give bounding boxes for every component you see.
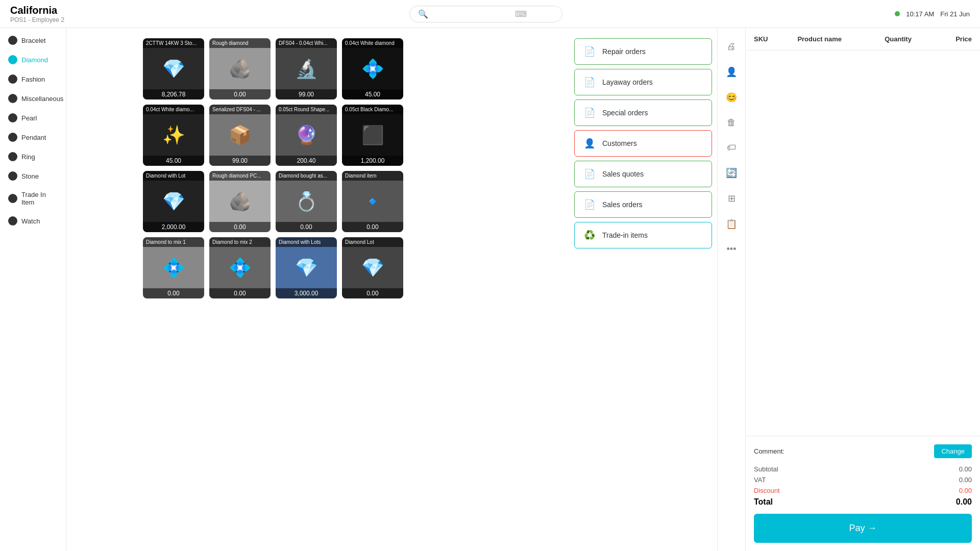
sidebar-label: Miscellaneous xyxy=(21,95,63,103)
sidebar-dot xyxy=(8,133,17,142)
subtotal-value: 0.00 xyxy=(959,465,972,473)
person-icon[interactable]: 👤 xyxy=(723,63,740,81)
comment-label: Comment: xyxy=(754,447,929,455)
app-subtitle: POS1 - Employee 2 xyxy=(10,16,77,23)
sidebar-item-stone[interactable]: Stone xyxy=(0,166,66,186)
sidebar-item-pendant[interactable]: Pendant xyxy=(0,128,66,147)
refresh-icon[interactable]: 🔄 xyxy=(723,164,740,182)
topbar-left: California POS1 - Employee 2 xyxy=(10,5,77,23)
product-card[interactable]: 💎 Diamond with Lot 2,000.00 xyxy=(143,171,204,232)
product-label: 0.05ct Black Diamo... xyxy=(342,105,403,114)
sidebar-item-trade-in-item[interactable]: Trade In Item xyxy=(0,186,66,211)
product-card[interactable]: 🪨 Rough diamond 0.00 xyxy=(209,38,271,99)
order-footer: Comment: Change Subtotal 0.00 VAT 0.00 D… xyxy=(746,436,980,551)
product-label: Diamond item xyxy=(342,171,403,181)
product-card[interactable]: 💎 Diamond Lot 0.00 xyxy=(342,237,403,298)
order-btn-label: Repair orders xyxy=(602,47,646,56)
product-label: Diamond with Lots xyxy=(276,237,337,247)
status-indicator xyxy=(895,11,900,16)
search-input[interactable] xyxy=(433,10,510,18)
total-value: 0.00 xyxy=(956,497,972,507)
order-btn-icon: 📄 xyxy=(584,107,595,118)
product-label: Diamond bought as... xyxy=(276,171,337,181)
right-icons-column: 🖨 👤 😊 🗑 🏷 🔄 ⊞ 📋 ••• xyxy=(717,28,745,551)
sidebar-item-diamond[interactable]: Diamond xyxy=(0,50,66,69)
discount-icon[interactable]: 🏷 xyxy=(724,139,739,156)
change-button[interactable]: Change xyxy=(934,444,972,458)
order-btn-icon: 📄 xyxy=(584,77,595,88)
col-product: Product name xyxy=(797,35,885,43)
product-card[interactable]: ✨ 0.04ct White diamo... 45.00 xyxy=(143,105,204,166)
product-card[interactable]: 💎 2CTTW 14KW 3 Sto... 8,206.78 xyxy=(143,38,204,99)
product-card[interactable]: 💎 Diamond with Lots 3,000.00 xyxy=(276,237,337,298)
order-btn-label: Sales quotes xyxy=(602,170,644,178)
product-card[interactable]: 🔮 0.05ct Round Shape... 200.40 xyxy=(276,105,337,166)
product-label: 0.04ct White diamo... xyxy=(143,105,204,114)
order-btn-sales-orders[interactable]: 📄Sales orders xyxy=(574,191,712,218)
order-btn-label: Customers xyxy=(602,139,637,147)
vat-value: 0.00 xyxy=(959,476,972,484)
sidebar-label: Bracelet xyxy=(21,37,46,44)
date-display: Fri 21 Jun xyxy=(940,10,970,18)
product-card[interactable]: 🔬 DFS04 - 0.04ct Whi... 99.00 xyxy=(276,38,337,99)
sidebar-label: Trade In Item xyxy=(21,191,58,206)
order-btn-special-orders[interactable]: 📄Special orders xyxy=(574,99,712,126)
product-label: Serialized DFS04 - ... xyxy=(209,105,271,114)
app-title: California xyxy=(10,5,77,16)
more-icon[interactable]: ••• xyxy=(724,241,740,258)
sidebar-dot xyxy=(8,113,17,122)
sidebar-item-bracelet[interactable]: Bracelet xyxy=(0,31,66,50)
main-content: 💎 2CTTW 14KW 3 Sto... 8,206.78 🪨 Rough d… xyxy=(133,28,980,551)
sidebar-item-fashion[interactable]: Fashion xyxy=(0,69,66,89)
product-price: 0.00 xyxy=(342,288,403,298)
product-card[interactable]: 💍 Diamond bought as... 0.00 xyxy=(276,171,337,232)
vat-row: VAT 0.00 xyxy=(754,476,972,484)
order-btn-repair-orders[interactable]: 📄Repair orders xyxy=(574,38,712,65)
sidebar-label: Stone xyxy=(21,172,39,180)
note-icon[interactable]: 📋 xyxy=(723,215,740,233)
product-card[interactable]: 💠 0.04ct White diamond 45.00 xyxy=(342,38,403,99)
product-card[interactable]: 🪨 Rough diamond PC... 0.00 xyxy=(209,171,271,232)
order-btn-icon: 📄 xyxy=(584,46,595,57)
sidebar-label: Diamond xyxy=(21,56,48,64)
product-card[interactable]: ⬛ 0.05ct Black Diamo... 1,200.00 xyxy=(342,105,403,166)
col-quantity: Quantity xyxy=(885,35,928,43)
order-btn-layaway-orders[interactable]: 📄Layaway orders xyxy=(574,69,712,95)
subtotal-row: Subtotal 0.00 xyxy=(754,465,972,473)
keyboard-icon[interactable]: ⌨ xyxy=(515,9,527,19)
product-price: 200.40 xyxy=(276,156,337,166)
product-price: 0.00 xyxy=(209,288,271,298)
product-label: 0.05ct Round Shape... xyxy=(276,105,337,114)
face-icon[interactable]: 😊 xyxy=(723,89,740,106)
search-icon: 🔍 xyxy=(418,9,428,19)
product-card[interactable]: 📦 Serialized DFS04 - ... 99.00 xyxy=(209,105,271,166)
grid-icon[interactable]: ⊞ xyxy=(725,190,739,207)
sidebar-item-miscellaneous[interactable]: Miscellaneous xyxy=(0,89,66,108)
product-price: 0.00 xyxy=(209,222,271,232)
product-price: 0.00 xyxy=(209,89,271,99)
sidebar-label: Pearl xyxy=(21,114,37,122)
product-label: 0.04ct White diamond xyxy=(342,38,403,48)
trash-icon[interactable]: 🗑 xyxy=(724,114,739,131)
order-btn-customers[interactable]: 👤Customers xyxy=(574,130,712,157)
product-price: 1,200.00 xyxy=(342,156,403,166)
product-area: 💎 2CTTW 14KW 3 Sto... 8,206.78 🪨 Rough d… xyxy=(133,28,569,551)
product-price: 45.00 xyxy=(143,156,204,166)
product-card[interactable]: 💠 Diamond to mix 2 0.00 xyxy=(209,237,271,298)
order-btn-sales-quotes[interactable]: 📄Sales quotes xyxy=(574,161,712,187)
product-card[interactable]: 💠 Diamond to mix 1 0.00 xyxy=(143,237,204,298)
pay-button[interactable]: Pay → xyxy=(754,514,972,543)
col-sku: SKU xyxy=(754,35,797,43)
sidebar-dot xyxy=(8,216,17,226)
sidebar-item-ring[interactable]: Ring xyxy=(0,147,66,166)
product-card[interactable]: 🔹 Diamond item 0.00 xyxy=(342,171,403,232)
sidebar-item-watch[interactable]: Watch xyxy=(0,211,66,231)
sidebar-item-pearl[interactable]: Pearl xyxy=(0,108,66,128)
search-box[interactable]: 🔍 ⌨ xyxy=(409,6,562,22)
col-price: Price xyxy=(928,35,972,43)
print-icon[interactable]: 🖨 xyxy=(724,38,739,55)
sidebar-label: Fashion xyxy=(21,76,45,83)
order-btn-label: Sales orders xyxy=(602,201,643,209)
order-btn-trade-in-items[interactable]: ♻️Trade-in items xyxy=(574,222,712,248)
discount-row: Discount 0.00 xyxy=(754,487,972,494)
